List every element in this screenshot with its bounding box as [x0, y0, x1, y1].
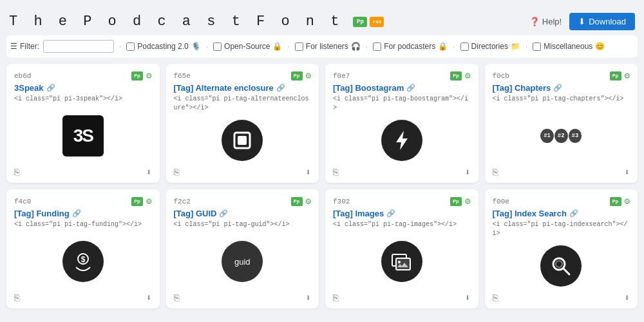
card-guid-settings-icon[interactable]: ⚙ — [306, 196, 311, 207]
card-3speak-settings-icon[interactable]: ⚙ — [146, 70, 151, 81]
download-button[interactable]: ⬇ Download — [569, 13, 635, 30]
badge-pp-icon: Pp — [353, 17, 367, 27]
card-3speak-header: eb6d Pp ⚙ — [14, 70, 152, 81]
card-chapters-settings-icon[interactable]: ⚙ — [625, 70, 630, 81]
card-3speak-title-text: 3Speak — [14, 83, 44, 93]
card-indexsearch-pp-icon: Pp — [610, 197, 621, 206]
card-indexsearch-settings-icon[interactable]: ⚙ — [625, 196, 630, 207]
help-button[interactable]: ❓ Help! — [529, 17, 562, 26]
card-funding-settings-icon[interactable]: ⚙ — [146, 196, 151, 207]
card-3speak-footer: ⎘ ⬇ — [14, 164, 152, 178]
card-images-footer: ⎘ ⬇ — [333, 290, 471, 303]
card-indexsearch-footer: ⎘ ⬇ — [493, 290, 630, 303]
card-funding-download-icon[interactable]: ⬇ — [146, 292, 151, 303]
card-boostagram-title[interactable]: [Tag] Boostagram 🔗 — [333, 83, 471, 93]
hashtag-2: #2 — [554, 129, 568, 143]
card-3speak-preview: 3S — [14, 106, 152, 162]
card-boostagram-download-icon[interactable]: ⬇ — [465, 167, 470, 178]
card-images-link-icon: 🔗 — [386, 209, 395, 218]
filter-forlisteners[interactable]: For listeners 🎧 — [295, 42, 361, 51]
card-images-download-icon[interactable]: ⬇ — [465, 292, 470, 303]
3speak-icon: 3S — [62, 115, 104, 156]
header: T h e P o d c a s t F o n t Pp rss ❓ Hel… — [6, 6, 638, 35]
card-indexsearch-title[interactable]: [Tag] Index Search 🔗 — [493, 209, 630, 218]
card-3speak-title[interactable]: 3Speak 🔗 — [14, 83, 152, 93]
filter-opensource[interactable]: Open-Source 🔒 — [213, 42, 282, 51]
funding-icon: $ — [62, 241, 104, 282]
card-guid: f2c2 Pp ⚙ [Tag] GUID 🔗 <i class="pi pi-t… — [166, 189, 319, 308]
filter-forpodcasters-checkbox[interactable] — [373, 43, 381, 51]
card-indexsearch-hex: f00e — [493, 198, 509, 205]
badge-rss-icon: rss — [370, 17, 384, 27]
card-boostagram-copy-icon[interactable]: ⎘ — [333, 167, 338, 178]
filter-forpodcasters[interactable]: For podcasters 🔒 — [373, 42, 448, 51]
card-3speak-code: <i class="pi pi-3speak"></i> — [14, 95, 152, 104]
card-images-title[interactable]: [Tag] Images 🔗 — [333, 209, 471, 218]
filter-miscellaneous[interactable]: Miscellaneous 😊 — [533, 42, 605, 51]
svg-line-9 — [564, 269, 569, 274]
filter-opensource-checkbox[interactable] — [213, 43, 222, 51]
card-3speak-icons: Pp ⚙ — [131, 70, 151, 81]
filter-forlisteners-checkbox[interactable] — [295, 43, 303, 51]
card-alt-enclosure-copy-icon[interactable]: ⎘ — [174, 167, 179, 178]
card-images-title-text: [Tag] Images — [333, 209, 384, 218]
card-chapters-copy-icon[interactable]: ⎘ — [493, 167, 498, 178]
indexsearch-icon — [540, 245, 582, 287]
card-chapters-pp-icon: Pp — [610, 71, 621, 80]
filter-forlisteners-icon: 🎧 — [351, 42, 361, 51]
guid-icon: guid — [222, 241, 263, 282]
card-funding-copy-icon[interactable]: ⎘ — [14, 293, 19, 303]
header-left: T h e P o d c a s t F o n t Pp rss — [9, 14, 384, 30]
filter-directories[interactable]: Directories 📁 — [460, 42, 520, 51]
filter-podcasting20-checkbox[interactable] — [126, 43, 135, 51]
card-3speak-download-icon[interactable]: ⬇ — [146, 167, 151, 178]
svg-text:$: $ — [80, 256, 85, 265]
card-boostagram-icons: Pp ⚙ — [450, 70, 470, 81]
card-guid-title[interactable]: [Tag] GUID 🔗 — [174, 209, 312, 218]
filter-text: Filter: — [20, 42, 39, 51]
svg-rect-1 — [238, 136, 247, 145]
card-alt-enclosure-title[interactable]: [Tag] Alternate enclosure 🔗 — [174, 83, 312, 93]
card-chapters-title-text: [Tag] Chapters — [493, 83, 551, 93]
card-alt-enclosure: f65e Pp ⚙ [Tag] Alternate enclosure 🔗 <i… — [166, 64, 319, 183]
card-guid-copy-icon[interactable]: ⎘ — [174, 293, 179, 303]
card-funding-link-icon: 🔗 — [72, 209, 81, 218]
card-indexsearch-preview — [493, 240, 630, 288]
help-label: Help! — [542, 17, 562, 26]
card-chapters: f0cb Pp ⚙ [Tag] Chapters 🔗 <i class="pi … — [485, 64, 638, 183]
card-chapters-download-icon[interactable]: ⬇ — [625, 167, 630, 178]
card-boostagram-link-icon: 🔗 — [406, 84, 415, 92]
download-label: Download — [589, 17, 626, 26]
card-3speak-copy-icon[interactable]: ⎘ — [14, 167, 19, 178]
filter-bar: ☰ Filter: · Podcasting 2.0 🎙️ · Open-Sou… — [6, 35, 638, 57]
card-guid-hex: f2c2 — [174, 198, 191, 205]
card-images-copy-icon[interactable]: ⎘ — [333, 293, 338, 303]
filter-sep-3: · — [287, 42, 289, 51]
card-chapters-code: <i class="pi pi-tag-chapters"></i> — [493, 95, 630, 104]
card-chapters-footer: ⎘ ⬇ — [493, 164, 630, 178]
card-indexsearch-download-icon[interactable]: ⬇ — [625, 292, 630, 303]
card-boostagram-settings-icon[interactable]: ⚙ — [465, 70, 470, 81]
card-chapters-icons: Pp ⚙ — [610, 70, 630, 81]
card-funding-code: <i class="pi pi-tag-funding"></i> — [14, 220, 152, 229]
card-indexsearch-copy-icon[interactable]: ⎘ — [493, 293, 498, 303]
filter-input[interactable] — [43, 40, 114, 53]
card-guid-link-icon: 🔗 — [219, 209, 228, 218]
card-chapters-hex: f0cb — [493, 72, 509, 80]
card-boostagram-code: <i class="pi pi-tag-boostagram"></i> — [333, 95, 471, 113]
filter-podcasting20[interactable]: Podcasting 2.0 🎙️ — [126, 42, 200, 51]
card-chapters-link-icon: 🔗 — [553, 84, 562, 92]
card-guid-header: f2c2 Pp ⚙ — [174, 196, 312, 207]
filter-miscellaneous-checkbox[interactable] — [533, 43, 541, 51]
hashtag-1: #1 — [540, 129, 554, 143]
card-funding-icons: Pp ⚙ — [131, 196, 151, 207]
card-alt-enclosure-settings-icon[interactable]: ⚙ — [306, 70, 311, 81]
filter-directories-checkbox[interactable] — [460, 43, 469, 51]
card-funding-title[interactable]: [Tag] Funding 🔗 — [14, 209, 152, 218]
card-chapters-title[interactable]: [Tag] Chapters 🔗 — [493, 83, 630, 93]
card-guid-download-icon[interactable]: ⬇ — [306, 292, 311, 303]
card-images-settings-icon[interactable]: ⚙ — [465, 196, 470, 207]
card-funding: f4c0 Pp ⚙ [Tag] Funding 🔗 <i class="pi p… — [6, 189, 160, 308]
card-alt-enclosure-download-icon[interactable]: ⬇ — [306, 167, 311, 178]
filter-opensource-label: Open-Source — [224, 42, 270, 51]
